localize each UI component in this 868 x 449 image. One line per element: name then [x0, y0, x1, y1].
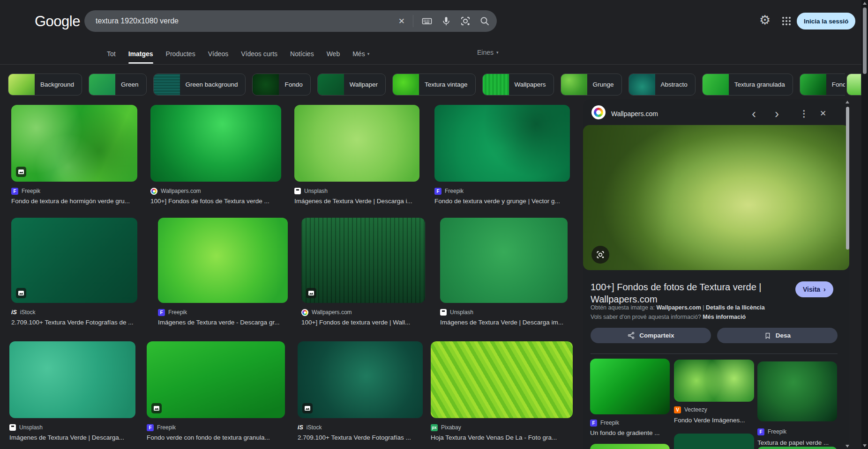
result-source: iStock — [307, 424, 322, 431]
result-title[interactable]: 2.709.100+ Textura Verde Fotografías de … — [11, 319, 137, 326]
lens-search-button[interactable] — [591, 246, 609, 264]
filter-chip-fondo-texturizado[interactable]: Fondo texturizado — [800, 74, 845, 96]
filter-chip-green[interactable]: Green — [89, 74, 147, 96]
filter-chip-abstracto[interactable]: Abstracto — [629, 74, 696, 96]
result-thumbnail[interactable] — [11, 105, 137, 182]
search-icon[interactable] — [479, 15, 490, 27]
share-button[interactable]: Comparteix — [591, 328, 711, 343]
result-title[interactable]: Fondo de textura verde y grunge | Vector… — [434, 198, 570, 205]
tab-videos-curts[interactable]: Vídeos curts — [241, 50, 277, 58]
image-result: FFreepik Imágenes de Textura verde - Des… — [158, 218, 288, 326]
search-bar[interactable]: ✕ — [84, 10, 497, 32]
tab-mes[interactable]: Més▾ — [352, 50, 369, 58]
mic-icon[interactable] — [441, 15, 452, 27]
related-image[interactable] — [590, 359, 670, 414]
close-icon[interactable]: ✕ — [820, 107, 826, 121]
lens-icon[interactable] — [460, 15, 471, 27]
clear-search-icon[interactable]: ✕ — [398, 16, 405, 26]
result-thumbnail[interactable] — [11, 218, 137, 303]
license-details-link[interactable]: Detalls de la llicència — [706, 304, 765, 311]
filter-chip-textura-vintage[interactable]: Textura vintage — [392, 74, 476, 96]
result-thumbnail[interactable] — [147, 341, 285, 418]
result-source: Pixabay — [441, 424, 461, 431]
image-source-line: Obtén aquesta imatge a: Wallpapers.com |… — [591, 304, 765, 311]
search-input[interactable] — [96, 10, 386, 32]
panel-result-title[interactable]: 100+] Fondos de fotos de Textura verde |… — [591, 281, 787, 305]
chevron-right-icon[interactable]: › — [775, 107, 779, 121]
related-image-partial[interactable] — [757, 447, 837, 449]
more-info-link[interactable]: Més informació — [703, 314, 746, 320]
filter-chip-wallpapers[interactable]: Wallpapers — [482, 74, 554, 96]
related-image[interactable] — [674, 360, 754, 402]
panel-site-name[interactable]: Wallpapers.com — [611, 110, 658, 118]
panel-scrollbar[interactable] — [845, 99, 850, 449]
search-divider — [413, 15, 413, 27]
chip-thumbnail — [8, 74, 35, 96]
result-thumbnail[interactable] — [294, 105, 419, 182]
more-options-icon[interactable]: ⋮ — [800, 107, 808, 121]
result-title[interactable]: Hoja Textura Verde Venas De La - Foto gr… — [431, 434, 573, 441]
result-thumbnail[interactable] — [298, 341, 423, 418]
related-title[interactable]: Fondo Verde Imágenes... — [674, 417, 754, 424]
tab-tot[interactable]: Tot — [107, 50, 116, 58]
filter-chip-textura-granulada[interactable]: Textura granulada — [702, 74, 793, 96]
result-title[interactable]: Imágenes de Textura verde - Descarga gr.… — [158, 319, 288, 326]
result-title[interactable]: 100+] Fondos de fotos de Textura verde .… — [150, 198, 281, 205]
google-logo[interactable]: Google — [35, 13, 80, 30]
lens-icon — [596, 250, 605, 259]
result-thumbnail[interactable] — [434, 105, 570, 182]
tab-web[interactable]: Web — [327, 50, 340, 58]
preview-image[interactable] — [583, 125, 849, 270]
result-thumbnail[interactable] — [9, 341, 135, 418]
scroll-up-arrow[interactable] — [863, 2, 867, 5]
filter-chips-row: Background Green Green background Fondo … — [8, 74, 845, 96]
page-scrollbar-thumb[interactable] — [863, 7, 867, 74]
result-title[interactable]: 100+] Fondos de textura verde | Wall... — [301, 319, 425, 326]
filter-chip-green-background[interactable]: Green background — [153, 74, 246, 96]
unsplash-favicon — [294, 188, 301, 194]
result-title[interactable]: Imágenes de Textura Verde | Descarga i..… — [294, 198, 419, 205]
tab-productes[interactable]: Productes — [166, 50, 195, 58]
filter-chip-fondo[interactable]: Fondo — [252, 74, 310, 96]
tab-imatges[interactable]: Imatges — [128, 50, 153, 58]
result-title[interactable]: Imágenes de Textura Verde | Descarga... — [9, 434, 135, 441]
result-thumbnail[interactable] — [301, 218, 425, 303]
image-result: iSiStock 2.709.100+ Textura Verde Fotogr… — [11, 218, 137, 326]
scroll-down-arrow[interactable] — [863, 444, 867, 447]
chevron-left-icon[interactable]: ‹ — [752, 107, 756, 121]
scroll-up-arrow[interactable] — [846, 101, 849, 103]
filter-chip-background[interactable]: Background — [8, 74, 82, 96]
panel-scrollbar-thumb[interactable] — [846, 107, 849, 250]
page-scrollbar[interactable] — [861, 0, 868, 449]
result-thumbnail[interactable] — [440, 218, 568, 303]
result-thumbnail[interactable] — [150, 105, 281, 182]
result-source: Freepik — [168, 309, 187, 316]
related-title[interactable]: Un fondo de gradiente ... — [590, 429, 670, 436]
related-title[interactable]: Textura de papel verde ... — [757, 439, 837, 446]
apps-grid-icon[interactable] — [781, 15, 792, 27]
related-image[interactable] — [757, 361, 837, 421]
save-button[interactable]: Desa — [717, 328, 838, 343]
tab-noticies[interactable]: Notícies — [290, 50, 314, 58]
result-title[interactable]: Fondo verde con fondo de textura granula… — [147, 434, 285, 441]
scroll-down-arrow[interactable] — [846, 445, 849, 448]
result-thumbnail[interactable] — [158, 218, 288, 303]
signin-button[interactable]: Inicia la sessió — [797, 13, 855, 29]
visit-label: Visita — [803, 286, 820, 293]
result-thumbnail[interactable] — [431, 341, 573, 418]
tab-videos[interactable]: Vídeos — [208, 50, 229, 58]
source-site-link[interactable]: Wallpapers.com — [656, 304, 701, 311]
tools-button[interactable]: Eines ▾ — [477, 49, 499, 56]
result-title[interactable]: Imágenes de Textura Verde | Descarga im.… — [440, 319, 568, 326]
keyboard-icon[interactable] — [421, 15, 433, 27]
filter-chip-grunge[interactable]: Grunge — [561, 74, 622, 96]
related-image-partial[interactable] — [590, 444, 670, 449]
filter-chip-partial[interactable] — [846, 74, 861, 96]
visit-button[interactable]: Visita › — [795, 281, 833, 297]
related-image-partial[interactable] — [674, 434, 754, 449]
settings-gear-icon[interactable]: ⚙ — [759, 14, 771, 27]
freepik-favicon: F — [434, 188, 441, 195]
result-title[interactable]: 2.709.100+ Textura Verde Fotografías ... — [298, 434, 423, 441]
result-title[interactable]: Fondo de textura de hormigón verde gru..… — [11, 198, 137, 205]
filter-chip-wallpaper[interactable]: Wallpaper — [317, 74, 386, 96]
